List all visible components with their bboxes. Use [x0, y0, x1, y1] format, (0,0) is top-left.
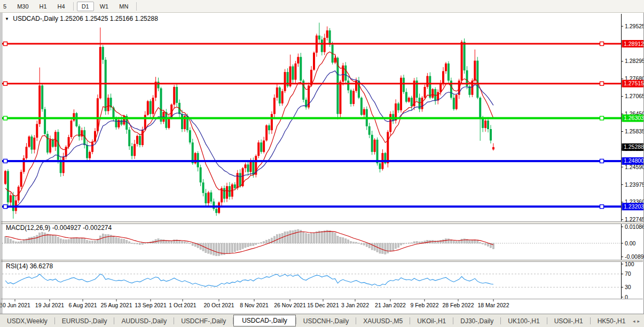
rsi-indicator-label: RSI(14) 36.6278	[6, 262, 53, 270]
level-line-handle[interactable]	[4, 116, 7, 120]
chart-title: ▼ USDCAD-,Daily 1.25206 1.25425 1.25166 …	[5, 15, 158, 22]
date-tick-label: 6 Aug 2021	[68, 302, 97, 308]
level-line-1.23203[interactable]	[2, 205, 621, 209]
tab-ukoil-h1[interactable]: UKOil-,H1	[410, 316, 453, 326]
price-badge-label: 1.26303	[624, 115, 644, 121]
tab-scroll-left-icon[interactable]: ◂	[633, 318, 635, 324]
macd-tick-label: 0.010869	[625, 224, 644, 230]
timeframe-button-H1[interactable]: H1	[35, 2, 52, 11]
tab-usdx-weekly[interactable]: USDX,Weekly	[0, 316, 54, 326]
timeframe-button-H4[interactable]: H4	[53, 2, 70, 11]
chart-canvas[interactable]: 1.295251.282951.276801.270651.264501.258…	[0, 0, 644, 327]
timeframe-button-D1[interactable]: D1	[77, 2, 94, 11]
price-tick-label: 1.25835	[625, 128, 644, 134]
main-price-pane[interactable]	[2, 23, 621, 219]
level-line-handle[interactable]	[600, 159, 604, 163]
macd-indicator-label: MACD(12,26,9) -0.004927 -0.002274	[6, 224, 112, 232]
toolbar-separator	[73, 2, 74, 11]
toolbar-separator	[136, 2, 137, 11]
date-tick-label: 15 Dec 2021	[307, 302, 339, 308]
date-tick-label: 26 Nov 2021	[274, 302, 306, 308]
timeframe-button-5[interactable]: 5	[0, 2, 11, 11]
tab-eurusd-daily[interactable]: EURUSD-,Daily	[55, 316, 114, 326]
trading-terminal: 1.295251.282951.276801.270651.264501.258…	[0, 0, 644, 327]
level-price-badge-1.27515: 1.27515	[622, 80, 644, 87]
price-tick-label: 1.23975	[625, 181, 644, 188]
level-line-handle[interactable]	[600, 82, 604, 85]
tab-dj30-daily[interactable]: DJ30-,Daily	[453, 316, 500, 326]
price-axis: 1.295251.282951.276801.270651.264501.258…	[621, 23, 644, 223]
price-badge-label: 1.24800	[624, 157, 644, 164]
timeframe-toolbar: 5M30H1H4D1W1MN	[0, 0, 644, 13]
date-tick-label: 20 Oct 2021	[203, 302, 234, 308]
tab-usdcnh-daily[interactable]: USDCNH-,Daily	[296, 316, 356, 326]
date-tick-label: 19 Jul 2021	[35, 302, 64, 308]
rsi-tick-label: 30	[625, 284, 631, 290]
date-tick-label: 28 Feb 2022	[443, 302, 474, 308]
price-tick-label: 1.29525	[625, 23, 644, 29]
level-price-badge-1.28912: 1.28912	[622, 40, 644, 47]
date-tick-label: 21 Jan 2022	[375, 302, 406, 308]
macd-pane[interactable]	[2, 229, 621, 256]
price-tick-label: 1.28295	[625, 58, 644, 64]
moving-average-slow	[5, 71, 493, 208]
tab-uk100-h1[interactable]: UK100-,H1	[501, 316, 546, 326]
level-line-handle[interactable]	[4, 159, 7, 163]
price-badge-label: 1.23203	[624, 203, 644, 210]
macd-name: MACD(12,26,9)	[6, 224, 50, 232]
macd-axis: 0.0108690.00-0.00897	[621, 224, 644, 260]
level-line-handle[interactable]	[600, 205, 604, 209]
macd-values: -0.004927 -0.002274	[52, 224, 112, 232]
tab-usdcad-daily[interactable]: USDCAD-,Daily	[233, 315, 296, 326]
tab-xauusd-m5[interactable]: XAUUSD-,M5	[356, 316, 410, 326]
date-tick-label: 25 Aug 2021	[101, 302, 132, 308]
level-line-handle[interactable]	[600, 116, 604, 120]
level-price-badge-1.26303: 1.26303	[622, 115, 644, 122]
candles-layer	[4, 23, 494, 219]
level-line-handle[interactable]	[600, 42, 604, 46]
date-tick-label: 8 Nov 2021	[240, 302, 269, 308]
macd-tick-label: 0.00	[625, 240, 636, 246]
macd-histogram	[4, 229, 494, 256]
level-line-1.28912[interactable]	[2, 42, 621, 46]
date-tick-label: 9 Feb 2022	[410, 302, 438, 308]
rsi-name: RSI(14)	[6, 262, 28, 270]
chart-title-symbol: USDCAD-,Daily	[13, 15, 58, 22]
rsi-tick-label: 70	[625, 270, 631, 277]
date-axis: 30 Jun 202119 Jul 20216 Aug 202125 Aug 2…	[0, 299, 509, 308]
date-tick-label: 3 Jan 2022	[341, 302, 369, 308]
level-line-1.24800[interactable]	[2, 159, 621, 163]
level-line-handle[interactable]	[4, 205, 7, 209]
date-tick-label: 30 Jun 2021	[0, 302, 30, 308]
one-click-trading-arrow[interactable]: ▼	[5, 17, 9, 21]
date-tick-label: 1 Oct 2021	[169, 302, 197, 308]
level-line-1.26303[interactable]	[2, 116, 621, 120]
date-tick-label: 13 Sep 2021	[135, 302, 167, 308]
timeframe-button-M30[interactable]: M30	[12, 2, 33, 11]
chart-title-ohlc: 1.25206 1.25425 1.25166 1.25288	[60, 15, 158, 22]
price-badge-label: 1.25288	[624, 143, 644, 150]
level-line-handle[interactable]	[4, 42, 7, 46]
chart-frame	[1, 13, 644, 314]
tab-usoil-h1[interactable]: USOil-,H1	[547, 316, 590, 326]
price-badge-label: 1.27515	[624, 80, 644, 86]
chart-tab-bar: USDX,WeeklyEURUSD-,DailyAUDUSD-,DailyUSD…	[0, 314, 644, 327]
rsi-line	[5, 274, 493, 286]
macd-tick-label: -0.00897	[625, 253, 644, 260]
level-price-badge-1.23203: 1.23203	[622, 203, 644, 210]
rsi-pane[interactable]	[2, 274, 621, 288]
current-price-badge: 1.25288	[622, 143, 644, 151]
timeframe-button-W1[interactable]: W1	[95, 2, 114, 11]
date-tick-label: 18 Mar 2022	[478, 302, 509, 308]
tab-audusd-daily[interactable]: AUDUSD-,Daily	[114, 316, 174, 326]
level-line-handle[interactable]	[4, 82, 7, 85]
timeframe-button-MN[interactable]: MN	[114, 2, 133, 11]
tab-usdchf-daily[interactable]: USDCHF-,Daily	[174, 316, 233, 326]
rsi-value: 36.6278	[30, 262, 53, 270]
rsi-axis: 10070300	[621, 261, 634, 300]
tab-hk50-h1[interactable]: HK50-,H1	[591, 316, 633, 326]
level-price-badge-1.24800: 1.24800	[622, 157, 644, 165]
price-tick-label: 1.27065	[625, 93, 644, 99]
tab-scroll-right-icon[interactable]: ▸	[637, 318, 640, 324]
price-badge-label: 1.28912	[624, 41, 644, 47]
